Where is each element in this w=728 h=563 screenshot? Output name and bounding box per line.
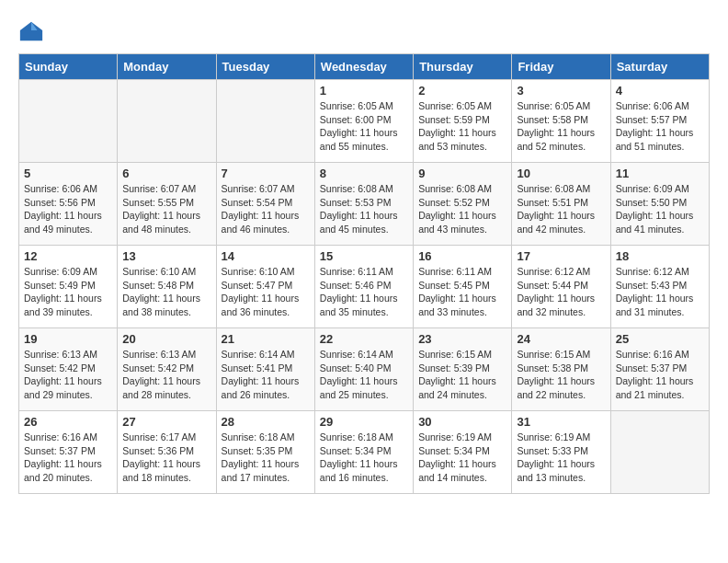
day-number: 17 bbox=[517, 249, 605, 263]
logo-icon bbox=[18, 18, 44, 44]
day-info: Sunrise: 6:08 AMSunset: 5:51 PMDaylight:… bbox=[517, 182, 605, 236]
day-info: Sunrise: 6:05 AMSunset: 5:58 PMDaylight:… bbox=[517, 99, 605, 154]
day-number: 27 bbox=[122, 415, 210, 429]
day-number: 25 bbox=[616, 332, 704, 346]
day-info: Sunrise: 6:13 AMSunset: 5:42 PMDaylight:… bbox=[24, 348, 112, 402]
calendar-cell: 5Sunrise: 6:06 AMSunset: 5:56 PMDaylight… bbox=[19, 163, 118, 246]
day-info: Sunrise: 6:18 AMSunset: 5:35 PMDaylight:… bbox=[222, 431, 310, 485]
calendar-cell: 17Sunrise: 6:12 AMSunset: 5:44 PMDayligh… bbox=[512, 246, 610, 328]
day-number: 26 bbox=[24, 415, 112, 429]
calendar-cell bbox=[610, 411, 709, 494]
day-number: 3 bbox=[517, 84, 605, 98]
weekday-header-monday: Monday bbox=[118, 54, 216, 80]
calendar-cell: 27Sunrise: 6:17 AMSunset: 5:36 PMDayligh… bbox=[118, 411, 216, 494]
calendar-cell: 21Sunrise: 6:14 AMSunset: 5:41 PMDayligh… bbox=[216, 328, 314, 411]
day-info: Sunrise: 6:12 AMSunset: 5:43 PMDaylight:… bbox=[616, 265, 704, 319]
calendar-cell: 22Sunrise: 6:14 AMSunset: 5:40 PMDayligh… bbox=[314, 328, 413, 411]
weekday-header-friday: Friday bbox=[512, 54, 610, 80]
weekday-header-saturday: Saturday bbox=[610, 54, 709, 80]
day-info: Sunrise: 6:10 AMSunset: 5:47 PMDaylight:… bbox=[222, 265, 310, 319]
day-info: Sunrise: 6:05 AMSunset: 6:00 PMDaylight:… bbox=[320, 99, 408, 154]
day-info: Sunrise: 6:17 AMSunset: 5:36 PMDaylight:… bbox=[122, 431, 210, 485]
day-number: 21 bbox=[222, 332, 310, 346]
page-header bbox=[18, 18, 710, 44]
day-info: Sunrise: 6:09 AMSunset: 5:50 PMDaylight:… bbox=[616, 182, 704, 236]
day-number: 15 bbox=[320, 249, 408, 263]
day-number: 7 bbox=[222, 167, 310, 180]
weekday-header-thursday: Thursday bbox=[414, 54, 512, 80]
day-info: Sunrise: 6:19 AMSunset: 5:33 PMDaylight:… bbox=[517, 431, 605, 485]
day-info: Sunrise: 6:15 AMSunset: 5:38 PMDaylight:… bbox=[517, 348, 605, 402]
day-number: 22 bbox=[320, 332, 408, 346]
calendar-cell: 31Sunrise: 6:19 AMSunset: 5:33 PMDayligh… bbox=[512, 411, 610, 494]
day-info: Sunrise: 6:15 AMSunset: 5:39 PMDaylight:… bbox=[418, 348, 506, 402]
day-info: Sunrise: 6:08 AMSunset: 5:52 PMDaylight:… bbox=[418, 182, 506, 236]
calendar-cell: 12Sunrise: 6:09 AMSunset: 5:49 PMDayligh… bbox=[19, 246, 118, 328]
calendar-cell: 8Sunrise: 6:08 AMSunset: 5:53 PMDaylight… bbox=[314, 163, 413, 246]
day-number: 11 bbox=[616, 167, 704, 180]
calendar-cell: 1Sunrise: 6:05 AMSunset: 6:00 PMDaylight… bbox=[314, 80, 413, 163]
day-number: 13 bbox=[122, 249, 210, 263]
day-info: Sunrise: 6:06 AMSunset: 5:57 PMDaylight:… bbox=[616, 99, 704, 154]
day-info: Sunrise: 6:18 AMSunset: 5:34 PMDaylight:… bbox=[320, 431, 408, 485]
day-info: Sunrise: 6:11 AMSunset: 5:46 PMDaylight:… bbox=[320, 265, 408, 319]
day-number: 4 bbox=[616, 84, 704, 98]
day-info: Sunrise: 6:14 AMSunset: 5:40 PMDaylight:… bbox=[320, 348, 408, 402]
weekday-header-tuesday: Tuesday bbox=[216, 54, 314, 80]
calendar-cell: 7Sunrise: 6:07 AMSunset: 5:54 PMDaylight… bbox=[216, 163, 314, 246]
calendar-cell: 14Sunrise: 6:10 AMSunset: 5:47 PMDayligh… bbox=[216, 246, 314, 328]
calendar-cell: 26Sunrise: 6:16 AMSunset: 5:37 PMDayligh… bbox=[19, 411, 118, 494]
weekday-header-wednesday: Wednesday bbox=[314, 54, 413, 80]
day-number: 6 bbox=[122, 167, 210, 180]
calendar-cell: 11Sunrise: 6:09 AMSunset: 5:50 PMDayligh… bbox=[610, 163, 709, 246]
calendar-cell: 6Sunrise: 6:07 AMSunset: 5:55 PMDaylight… bbox=[118, 163, 216, 246]
day-number: 18 bbox=[616, 249, 704, 263]
day-number: 5 bbox=[24, 167, 112, 180]
day-info: Sunrise: 6:19 AMSunset: 5:34 PMDaylight:… bbox=[418, 431, 506, 485]
weekday-header-sunday: Sunday bbox=[19, 54, 118, 80]
calendar-cell: 25Sunrise: 6:16 AMSunset: 5:37 PMDayligh… bbox=[610, 328, 709, 411]
day-info: Sunrise: 6:11 AMSunset: 5:45 PMDaylight:… bbox=[418, 265, 506, 319]
day-info: Sunrise: 6:10 AMSunset: 5:48 PMDaylight:… bbox=[122, 265, 210, 319]
day-info: Sunrise: 6:07 AMSunset: 5:54 PMDaylight:… bbox=[222, 182, 310, 236]
day-info: Sunrise: 6:07 AMSunset: 5:55 PMDaylight:… bbox=[122, 182, 210, 236]
day-info: Sunrise: 6:16 AMSunset: 5:37 PMDaylight:… bbox=[24, 431, 112, 485]
day-number: 2 bbox=[418, 84, 506, 98]
calendar-cell: 20Sunrise: 6:13 AMSunset: 5:42 PMDayligh… bbox=[118, 328, 216, 411]
day-info: Sunrise: 6:09 AMSunset: 5:49 PMDaylight:… bbox=[24, 265, 112, 319]
day-number: 29 bbox=[320, 415, 408, 429]
day-info: Sunrise: 6:14 AMSunset: 5:41 PMDaylight:… bbox=[222, 348, 310, 402]
calendar-cell: 16Sunrise: 6:11 AMSunset: 5:45 PMDayligh… bbox=[414, 246, 512, 328]
day-number: 24 bbox=[517, 332, 605, 346]
calendar-cell: 15Sunrise: 6:11 AMSunset: 5:46 PMDayligh… bbox=[314, 246, 413, 328]
day-number: 8 bbox=[320, 167, 408, 180]
day-number: 10 bbox=[517, 167, 605, 180]
calendar-cell: 13Sunrise: 6:10 AMSunset: 5:48 PMDayligh… bbox=[118, 246, 216, 328]
calendar-cell: 3Sunrise: 6:05 AMSunset: 5:58 PMDaylight… bbox=[512, 80, 610, 163]
day-info: Sunrise: 6:16 AMSunset: 5:37 PMDaylight:… bbox=[616, 348, 704, 402]
day-number: 31 bbox=[517, 415, 605, 429]
day-info: Sunrise: 6:05 AMSunset: 5:59 PMDaylight:… bbox=[418, 99, 506, 154]
day-number: 23 bbox=[418, 332, 506, 346]
calendar-cell: 9Sunrise: 6:08 AMSunset: 5:52 PMDaylight… bbox=[414, 163, 512, 246]
calendar-cell: 29Sunrise: 6:18 AMSunset: 5:34 PMDayligh… bbox=[314, 411, 413, 494]
day-info: Sunrise: 6:08 AMSunset: 5:53 PMDaylight:… bbox=[320, 182, 408, 236]
day-number: 16 bbox=[418, 249, 506, 263]
day-number: 12 bbox=[24, 249, 112, 263]
day-number: 19 bbox=[24, 332, 112, 346]
calendar-cell: 4Sunrise: 6:06 AMSunset: 5:57 PMDaylight… bbox=[610, 80, 709, 163]
day-number: 1 bbox=[320, 84, 408, 98]
calendar-cell bbox=[216, 80, 314, 163]
logo bbox=[18, 18, 48, 44]
day-number: 30 bbox=[418, 415, 506, 429]
day-info: Sunrise: 6:06 AMSunset: 5:56 PMDaylight:… bbox=[24, 182, 112, 236]
calendar-cell: 18Sunrise: 6:12 AMSunset: 5:43 PMDayligh… bbox=[610, 246, 709, 328]
calendar-cell: 2Sunrise: 6:05 AMSunset: 5:59 PMDaylight… bbox=[414, 80, 512, 163]
day-number: 20 bbox=[122, 332, 210, 346]
calendar-cell: 23Sunrise: 6:15 AMSunset: 5:39 PMDayligh… bbox=[414, 328, 512, 411]
day-info: Sunrise: 6:13 AMSunset: 5:42 PMDaylight:… bbox=[122, 348, 210, 402]
day-info: Sunrise: 6:12 AMSunset: 5:44 PMDaylight:… bbox=[517, 265, 605, 319]
calendar-cell: 28Sunrise: 6:18 AMSunset: 5:35 PMDayligh… bbox=[216, 411, 314, 494]
day-number: 14 bbox=[222, 249, 310, 263]
calendar-cell: 10Sunrise: 6:08 AMSunset: 5:51 PMDayligh… bbox=[512, 163, 610, 246]
